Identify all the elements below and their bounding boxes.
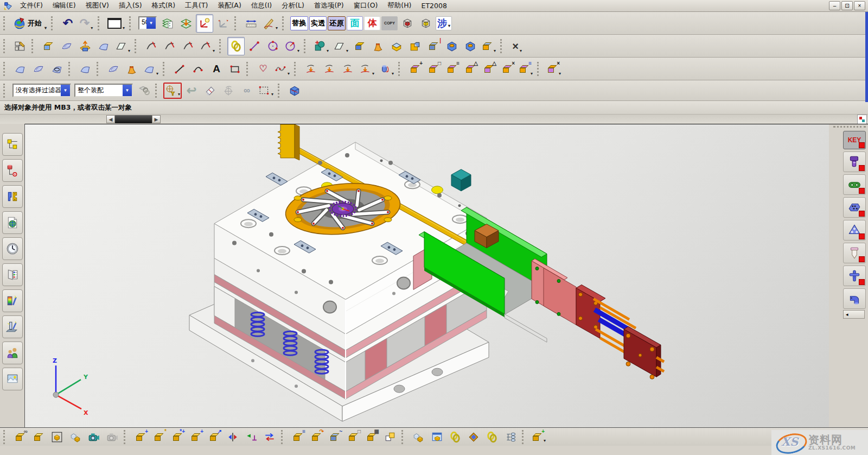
- datum-plane-icon[interactable]: ▾: [113, 37, 132, 55]
- key-library-item[interactable]: KEY: [843, 131, 866, 149]
- part-navigator-icon[interactable]: [2, 185, 23, 208]
- horizontal-scrollbar[interactable]: ◀ ▶: [0, 115, 868, 124]
- show-in-window-icon[interactable]: [48, 429, 66, 445]
- work-layer-combo[interactable]: 50▼: [138, 16, 157, 30]
- wcs-orient-icon[interactable]: [214, 14, 232, 33]
- basic-line-icon[interactable]: [171, 60, 188, 78]
- marquee-select-icon[interactable]: ▾: [257, 83, 275, 99]
- dock-corner-button[interactable]: [857, 115, 867, 124]
- trim-body-icon[interactable]: [388, 37, 405, 55]
- scroll-left-button[interactable]: ◀: [106, 115, 115, 123]
- menu-information[interactable]: 信息(I): [246, 1, 277, 11]
- menu-window[interactable]: 窗口(O): [349, 1, 383, 11]
- delete-object-icon[interactable]: ×: [499, 60, 516, 78]
- instance-feature-icon[interactable]: ▾: [480, 37, 497, 55]
- feature-dimension-icon[interactable]: ×▾: [508, 37, 526, 55]
- red-cube-icon[interactable]: [399, 14, 416, 33]
- hole-icon[interactable]: [443, 37, 461, 55]
- snapshot-disabled-icon[interactable]: [104, 429, 121, 445]
- bracket-part-item[interactable]: [843, 197, 866, 218]
- visual-effects-icon[interactable]: [2, 315, 23, 338]
- scroll-right-button[interactable]: ▶: [152, 115, 161, 123]
- new-component-icon[interactable]: *: [150, 429, 168, 445]
- sew-surface-icon[interactable]: [105, 60, 122, 78]
- plate-part-item[interactable]: [843, 220, 866, 241]
- copy-properties-icon[interactable]: ≡▾: [517, 60, 534, 78]
- edit-curve-icon[interactable]: ▾: [198, 37, 216, 55]
- trim-curve-icon[interactable]: [143, 37, 160, 55]
- circle-icon[interactable]: [264, 37, 282, 55]
- menu-format[interactable]: 格式(R): [147, 1, 180, 11]
- move-object-icon[interactable]: +: [406, 60, 424, 78]
- deform-component-icon[interactable]: ~: [326, 429, 343, 445]
- ejector-pin-item[interactable]: [843, 243, 866, 263]
- through-curves-icon[interactable]: [30, 60, 47, 78]
- menu-preferences[interactable]: 首选项(P): [309, 1, 349, 11]
- menu-tools[interactable]: 工具(T): [180, 1, 213, 11]
- bounded-plane-icon[interactable]: [48, 60, 66, 78]
- elbow-part-item[interactable]: [843, 288, 866, 309]
- see-through-button[interactable]: 实透: [309, 16, 327, 30]
- restore-button[interactable]: ⊡: [841, 1, 853, 10]
- restore-display-button[interactable]: 还原: [328, 16, 346, 30]
- rectangle-icon[interactable]: [226, 60, 244, 78]
- scale-body-icon[interactable]: △: [462, 60, 479, 78]
- menu-insert[interactable]: 插入(S): [114, 1, 147, 11]
- body-button[interactable]: 体: [364, 16, 380, 30]
- wade-button[interactable]: 涉▾: [436, 16, 452, 30]
- copy-button[interactable]: COPY: [381, 16, 398, 30]
- measure-angle-icon[interactable]: ▾: [261, 14, 279, 33]
- make-unique-icon[interactable]: □: [344, 429, 362, 445]
- component-structure-icon[interactable]: [67, 429, 84, 445]
- section-curve-icon[interactable]: ▾: [358, 60, 376, 78]
- roles-icon[interactable]: [2, 342, 23, 364]
- extrude-icon[interactable]: [76, 37, 94, 55]
- arc-icon[interactable]: ▾: [283, 37, 301, 55]
- 3d-viewport[interactable]: Z Y X: [25, 124, 829, 427]
- cylindrical-scale-icon[interactable]: △: [480, 60, 497, 78]
- open-component-icon[interactable]: [30, 429, 47, 445]
- wave-linker-icon[interactable]: [465, 429, 482, 445]
- record-snapshot-icon[interactable]: [85, 429, 103, 445]
- web-browser-icon[interactable]: [2, 211, 23, 234]
- menu-edit[interactable]: 编辑(E): [48, 1, 81, 11]
- binoculars-icon[interactable]: ∞: [238, 83, 256, 99]
- panel-grip[interactable]: [833, 126, 866, 130]
- ruled-surface-icon[interactable]: [11, 60, 29, 78]
- constraint-navigator-icon[interactable]: [2, 159, 23, 182]
- move-component-icon[interactable]: ↗: [206, 429, 223, 445]
- component-array-icon[interactable]: *+: [169, 429, 186, 445]
- snap-point-icon[interactable]: ▾: [163, 83, 182, 99]
- fillet-curve-icon[interactable]: [180, 37, 197, 55]
- combined-projection-icon[interactable]: [321, 60, 338, 78]
- scene-background-icon[interactable]: [2, 368, 23, 390]
- view-cube-icon[interactable]: [286, 83, 303, 99]
- sheet-grid-icon[interactable]: [58, 37, 75, 55]
- menu-help[interactable]: 帮助(H): [382, 1, 416, 11]
- offset-surface-icon[interactable]: [76, 60, 94, 78]
- measure-distance-icon[interactable]: [242, 14, 260, 33]
- arrangements-icon[interactable]: +▾: [530, 429, 547, 445]
- menu-file[interactable]: 文件(F): [15, 1, 48, 11]
- replace-component-icon[interactable]: [261, 429, 278, 445]
- add-component-icon[interactable]: +: [132, 429, 149, 445]
- offset-in-face-icon[interactable]: ▾: [377, 60, 395, 78]
- selection-filter-combo[interactable]: 没有选择过滤器▼: [12, 84, 71, 97]
- object-display-swatch[interactable]: ▾: [106, 14, 126, 33]
- rollback-icon[interactable]: ↩: [183, 83, 200, 99]
- swept-icon[interactable]: [369, 37, 387, 55]
- menu-assemblies[interactable]: 装配(A): [213, 1, 246, 11]
- add-reference-icon[interactable]: +: [187, 429, 205, 445]
- scroll-thumb[interactable]: [115, 115, 152, 123]
- interpart-selection-icon[interactable]: [135, 83, 152, 99]
- move-to-layer-icon[interactable]: [177, 14, 195, 33]
- dimension-object-icon[interactable]: ×▾: [545, 60, 563, 78]
- shaft-part-item[interactable]: [843, 266, 866, 286]
- layer-settings-icon[interactable]: [159, 14, 176, 33]
- menu-analysis[interactable]: 分析(L): [277, 1, 309, 11]
- link-part-item[interactable]: [843, 174, 866, 195]
- system-materials-icon[interactable]: [2, 263, 23, 286]
- intersect-icon[interactable]: |: [425, 37, 442, 55]
- text-curve-icon[interactable]: A: [208, 60, 225, 78]
- remember-constraints-icon[interactable]: ≡: [289, 429, 307, 445]
